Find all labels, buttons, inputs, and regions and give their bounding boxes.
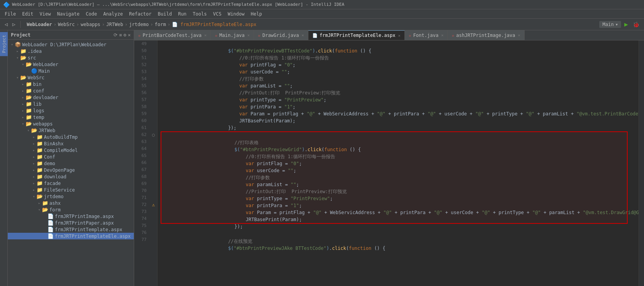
breadcrumb-sep-6: ›	[168, 22, 170, 27]
tab-frmjrtprinttemplateele[interactable]: 📄 frmJRTPrintTemplateEle.aspx ✕	[308, 30, 405, 40]
menu-run[interactable]: Run	[175, 10, 190, 17]
tree-item-websrc[interactable]: ▾ 📂 WebSrc	[8, 74, 134, 81]
tree-label: FileService	[44, 187, 75, 193]
menu-help[interactable]: Help	[248, 10, 265, 17]
run-button[interactable]: ▶	[623, 20, 630, 29]
tree-item-autobuildtmp[interactable]: ▸ 📁 AutoBuildTmp	[8, 134, 134, 140]
tab-close[interactable]: ✕	[441, 33, 443, 37]
tree-item-webloader-src[interactable]: ▾ 📂 WebLoader	[8, 61, 134, 68]
tree-label: facade	[44, 181, 61, 186]
menu-file[interactable]: File	[2, 10, 19, 17]
tree-item-jrtweb[interactable]: ▾ 📂 JRTWeb	[8, 127, 134, 134]
tree-label: temp	[33, 115, 44, 120]
breadcrumb-jrtweb[interactable]: JRTWeb	[106, 22, 123, 27]
tree-item-src[interactable]: ▾ 📂 src	[8, 54, 134, 61]
tab-font[interactable]: ☕ Font.java ✕	[405, 30, 448, 40]
breadcrumb-webapps[interactable]: webapps	[81, 22, 101, 27]
tree-item-webapps[interactable]: ▾ 📂 webapps	[8, 120, 134, 127]
tab-close[interactable]: ✕	[398, 33, 401, 38]
menu-view[interactable]: View	[37, 10, 54, 17]
tab-close[interactable]: ✕	[302, 33, 304, 37]
breadcrumb-websrc[interactable]: WebSrc	[58, 22, 75, 27]
tree-label: frmJRTPrintTemplate.aspx	[55, 227, 122, 232]
toolbar-icon-forward[interactable]: ▷	[11, 21, 17, 28]
tree-label: AutoBuildTmp	[44, 134, 78, 140]
toolbar-separator-1	[20, 21, 21, 28]
code-scroll[interactable]: 49 50 51 52 53 54 55 56 57 58 59 60 61 6…	[134, 40, 644, 286]
tree-item-main[interactable]: 🔵 Main	[8, 68, 134, 74]
tree-item-frmjrtprinttemplate[interactable]: 📄 frmJRTPrintTemplate.aspx	[8, 226, 134, 233]
tree-label: lib	[33, 101, 42, 107]
breadcrumb-form[interactable]: form	[155, 22, 166, 27]
tree-item-form[interactable]: ▾ 📂 form	[8, 206, 134, 213]
tree-item-jrtdemo[interactable]: ▾ 📂 jrtdemo	[8, 193, 134, 200]
breadcrumb-sep-5: ›	[150, 22, 153, 27]
tree-label: DevOpenPage	[44, 167, 75, 173]
sidebar-icon-sync[interactable]: ⟳	[114, 32, 117, 38]
tree-item-devopenpage[interactable]: ▸ 📁 DevOpenPage	[8, 167, 134, 173]
tab-icon: 📄	[312, 33, 318, 38]
tab-printbarcodetest[interactable]: ☕ PrintBarCodeTest.java ✕	[134, 30, 211, 40]
tab-close[interactable]: ✕	[518, 33, 520, 37]
breadcrumb-webloader[interactable]: WebLoader	[27, 22, 52, 27]
tab-main[interactable]: ☕ Main.java ✕	[211, 30, 254, 40]
editor-area[interactable]: 49 50 51 52 53 54 55 56 57 58 59 60 61 6…	[134, 40, 644, 286]
tree-item-download[interactable]: ▸ 📁 download	[8, 173, 134, 180]
tree-item-frmjrtprintpaper[interactable]: 📄 frmJRTPrintPaper.aspx	[8, 220, 134, 226]
tree-item-conf[interactable]: ▸ 📁 conf	[8, 87, 134, 94]
menu-tools[interactable]: Tools	[190, 10, 210, 17]
highlighted-code-block: //打印表格 $("#btnPrintPreviewGrid").click(f…	[161, 131, 628, 224]
breadcrumb: WebLoader › WebSrc › webapps › JRTWeb › …	[27, 22, 257, 27]
tree-label: webapps	[33, 121, 53, 127]
tree-item-frmjrtprinttemplateele[interactable]: 📄 frmJRTPrintTemplateEle.aspx	[8, 233, 134, 239]
menu-code[interactable]: Code	[83, 10, 100, 17]
tree-label: src	[28, 55, 36, 61]
tab-bar: ☕ PrintBarCodeTest.java ✕ ☕ Main.java ✕ …	[134, 30, 644, 40]
tree-item-logs[interactable]: ▸ 📁 logs	[8, 107, 134, 114]
tree-item-demo[interactable]: ▸ 📁 demo	[8, 160, 134, 167]
breadcrumb-sep-3: ›	[102, 22, 105, 27]
tree-item-temp[interactable]: ▸ 📁 temp	[8, 114, 134, 120]
tree-item-compilemodel[interactable]: ▸ 📁 CompileModel	[8, 147, 134, 153]
editor-panel: ☕ PrintBarCodeTest.java ✕ ☕ Main.java ✕ …	[134, 30, 644, 286]
tree-item-binashx[interactable]: ▸ 📁 BinAshx	[8, 140, 134, 147]
sidebar-icon-settings[interactable]: ⚙	[124, 32, 126, 38]
tree-item-facade[interactable]: ▸ 📁 facade	[8, 180, 134, 187]
tree-item-lib[interactable]: ▸ 📁 lib	[8, 101, 134, 107]
sidebar-icon-collapse[interactable]: ≡	[119, 32, 122, 38]
tab-drawgrid[interactable]: ☕ DrawGrid.java ✕	[254, 30, 308, 40]
breadcrumb-file[interactable]: 📄 frmJRTPrintTemplateEle.aspx	[172, 22, 256, 27]
titlebar: 🔷 WebLoader [D:\JRTPlan\WebLoader] – ...…	[0, 0, 644, 9]
tree-item-fileservice[interactable]: ▸ 📁 FileService	[8, 187, 134, 193]
menu-refactor[interactable]: Refactor	[126, 10, 155, 17]
tree-label: download	[44, 174, 66, 180]
debug-button[interactable]: 🐞	[631, 21, 641, 28]
tab-label: ashJRTPrintImage.java	[456, 33, 515, 38]
project-tab-strip: Project	[0, 30, 8, 286]
menu-analyze[interactable]: Analyze	[100, 10, 126, 17]
sidebar-header: Project ⟳ ≡ ⚙ ✕	[8, 30, 134, 40]
toolbar-icon-back[interactable]: ◁	[3, 21, 9, 28]
run-config-arrow: ▾	[615, 22, 618, 27]
tree-item-idea[interactable]: ▸ 📁 .idea	[8, 48, 134, 54]
run-config-selector[interactable]: Main ▾	[599, 21, 621, 28]
breadcrumb-jrtdemo[interactable]: jrtdemo	[129, 22, 149, 27]
tab-close[interactable]: ✕	[247, 33, 250, 37]
menu-window[interactable]: Window	[224, 10, 247, 17]
tab-ashjrtprintimage[interactable]: ☕ ashJRTPrintImage.java ✕	[448, 30, 524, 40]
tree-item-frmjrtprintimage[interactable]: 📄 frmJRTPrintImage.aspx	[8, 213, 134, 220]
project-panel-tab[interactable]: Project	[0, 32, 8, 56]
menu-edit[interactable]: Edit	[19, 10, 37, 17]
menu-vcs[interactable]: VCS	[210, 10, 225, 17]
menu-build[interactable]: Build	[155, 10, 175, 17]
tree-item-devloader[interactable]: ▸ 📂 devloader	[8, 94, 134, 101]
tree-item-conf2[interactable]: ▸ 📁 Conf	[8, 153, 134, 160]
tree-item-bin[interactable]: ▸ 📁 bin	[8, 81, 134, 87]
sidebar-icon-close[interactable]: ✕	[128, 32, 131, 38]
tab-close[interactable]: ✕	[204, 33, 206, 37]
tree-item-webloader-root[interactable]: ▾ 📦 WebLoader D:\JRTPlan\WebLoader	[8, 41, 134, 48]
code-content[interactable]: $("#btnPrintPreviewBTTestCode").click(fu…	[158, 40, 639, 286]
tree-item-ashx[interactable]: ▸ 📁 ashx	[8, 200, 134, 206]
main-container: Project Project ⟳ ≡ ⚙ ✕ ▾ 📦 WebLoader D:…	[0, 30, 644, 286]
menu-navigate[interactable]: Navigate	[54, 10, 83, 17]
